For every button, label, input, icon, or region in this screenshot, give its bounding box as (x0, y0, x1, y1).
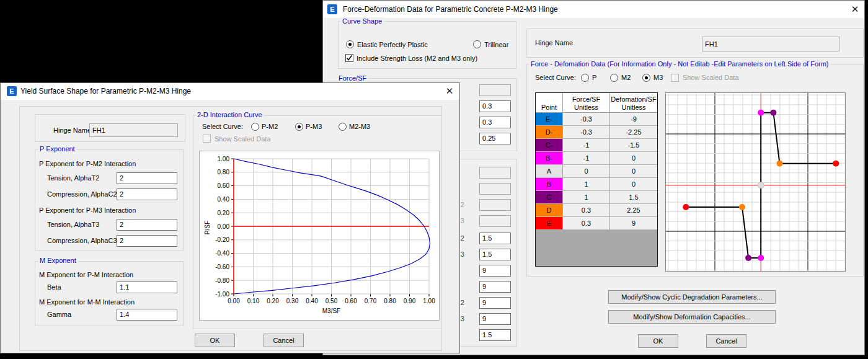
modify-deformation-capacities-button[interactable]: Modify/Show Deformation Capacities... (608, 310, 776, 324)
fd-cancel-button[interactable]: Cancel (706, 334, 746, 348)
interaction-curve-chart: 0.000.100.200.300.400.500.600.700.800.90… (199, 151, 440, 321)
radio-elastic-perfectly-plastic-label: Elastic Perfectly Plastic (357, 41, 428, 48)
curve-point-C (770, 110, 776, 116)
ys-ok-button[interactable]: OK (195, 334, 235, 347)
alpha-t2-field[interactable]: 2 (117, 172, 177, 184)
point-cell: A (536, 165, 563, 178)
y-tick-label: -0.20 (215, 236, 229, 243)
radio-pm3-label: P-M3 (306, 123, 322, 130)
x-tick-label: 0.90 (404, 298, 416, 304)
fd-window-title: Force-Deformation Data for Parametric Co… (343, 5, 558, 14)
deformation-sf-field-2[interactable] (479, 199, 511, 211)
mm-interaction-heading: M Exponent for M-M Interaction (39, 298, 135, 306)
alpha-c2-field[interactable]: 2 (117, 188, 177, 200)
deformation-sf-field-0[interactable] (479, 167, 511, 179)
point-cell: E- (536, 113, 563, 126)
radio-m2m3[interactable] (339, 123, 347, 131)
force-cell: -1 (563, 139, 610, 152)
interaction-plot: 0.000.100.200.300.400.500.600.700.800.90… (200, 151, 439, 320)
close-icon[interactable]: ✕ (849, 3, 861, 16)
x-tick-label: 0.50 (326, 298, 338, 304)
deformation-sf-field-6[interactable]: 9 (479, 265, 511, 277)
ys-show-scaled-label: Show Scaled Data (215, 135, 271, 143)
radio-m2m3-label: M2-M3 (349, 123, 370, 130)
y-tick-label: -0.80 (215, 277, 229, 284)
pm-interaction-heading: M Exponent for P-M Interaction (39, 271, 133, 278)
x-tick-label: 0.60 (345, 298, 357, 304)
y-axis-title: P/SF (204, 221, 211, 234)
y-tick-label: -1.00 (215, 291, 229, 298)
deformation-cell: 0 (610, 165, 657, 178)
x-axis-title: M3/SF (322, 308, 340, 314)
deformation-sf-field-8[interactable]: 9 (479, 297, 511, 309)
deformation-sf-field-4[interactable]: 1.5 (479, 233, 511, 244)
check-icon (346, 55, 353, 61)
radio-curve-m2-label: M2 (621, 74, 631, 81)
force-sf-field-3[interactable]: 0.25 (479, 133, 511, 144)
force-cell: -0.3 (563, 113, 610, 126)
x-tick-label: 0.30 (286, 298, 299, 304)
strength-loss-checkbox[interactable] (345, 54, 353, 62)
radio-curve-m2[interactable] (610, 74, 618, 82)
alpha-c3-field[interactable]: 2 (117, 235, 177, 247)
y-tick-label: -0.40 (215, 250, 229, 257)
deformation-sf-field-5[interactable]: 1.5 (479, 249, 511, 260)
curve-point-B (758, 110, 764, 116)
table-row: E0.39 (536, 217, 657, 230)
force-cell: 0.3 (563, 204, 610, 217)
modify-cyclic-degradation-button[interactable]: Modify/Show Cyclic Degradation Parameter… (608, 290, 776, 304)
table-row: C11.5 (536, 191, 657, 204)
deformation-sf-field-1[interactable] (479, 183, 511, 195)
alpha-t2-label: Tension, AlphaT2 (47, 174, 99, 182)
fd-ok-button[interactable]: OK (638, 334, 678, 348)
point-cell: D (536, 204, 563, 217)
curve-point-A (758, 182, 764, 188)
pm3-interaction-heading: P Exponent for P-M3 Interaction (39, 206, 136, 214)
table-row: D0.32.25 (536, 204, 657, 217)
ys-cancel-button[interactable]: Cancel (264, 334, 304, 347)
table-header-row: PointForce/SFUnitlessDefomation/SFUnitle… (536, 93, 657, 113)
alpha-t3-field[interactable]: 2 (117, 219, 177, 231)
curve-point-B- (758, 255, 764, 261)
select-curve-label: Select Curve: (535, 74, 576, 81)
ys-hinge-name-field[interactable]: FH1 (89, 123, 178, 137)
hinge-name-field[interactable]: FH1 (702, 37, 839, 51)
deformation-sf-field-7[interactable]: 9 (479, 281, 511, 293)
alpha-c2-label: Compression, AlphaC2 (47, 190, 117, 198)
radio-curve-m3-label: M3 (653, 74, 663, 81)
radio-curve-p[interactable] (581, 74, 589, 82)
close-icon[interactable]: ✕ (443, 85, 456, 97)
ys-hinge-name-label: Hinge Name (53, 126, 91, 134)
y-tick-label: 1.00 (218, 156, 230, 162)
p-exponent-group-label: P Exponent (38, 145, 77, 153)
radio-pm3[interactable] (295, 123, 303, 131)
m-exponent-group-label: M Exponent (38, 257, 78, 264)
table-row: D--0.3-2.25 (536, 126, 657, 139)
force-deformation-plot (666, 93, 845, 271)
show-scaled-checkbox[interactable] (671, 74, 679, 82)
curve-point-D (776, 161, 782, 167)
radio-trilinear[interactable] (473, 40, 481, 48)
show-scaled-label: Show Scaled Data (683, 74, 739, 81)
curve-point-D- (739, 204, 745, 210)
deformation-sf-field-9[interactable]: 9 (479, 313, 511, 325)
deformation-sf-field-10[interactable]: 1.5 (479, 329, 511, 341)
fd-data-table: PointForce/SFUnitlessDefomation/SFUnitle… (535, 92, 658, 267)
point-cell: B- (536, 152, 563, 165)
y-tick-label: 0.00 (218, 223, 230, 230)
x-tick-label: 0.70 (365, 298, 377, 304)
ys-show-scaled-checkbox[interactable] (203, 135, 211, 143)
radio-curve-m3[interactable] (642, 74, 650, 82)
app-icon: E (7, 86, 17, 96)
radio-pm2[interactable] (251, 123, 259, 131)
gamma-field[interactable]: 1.4 (117, 309, 177, 321)
force-sf-field-1[interactable]: 0.3 (479, 100, 511, 112)
alpha-c3-label: Compression, AlphaC3 (47, 237, 117, 244)
screenshot-root: { "app_icon_letter": "E", "colors": { "g… (0, 0, 868, 359)
point-cell: C (536, 191, 563, 204)
force-sf-field-0[interactable] (479, 84, 511, 96)
deformation-sf-field-3[interactable] (479, 215, 511, 227)
beta-field[interactable]: 1.1 (117, 281, 177, 293)
force-sf-field-2[interactable]: 0.3 (479, 117, 511, 128)
radio-elastic-perfectly-plastic[interactable] (346, 40, 354, 48)
